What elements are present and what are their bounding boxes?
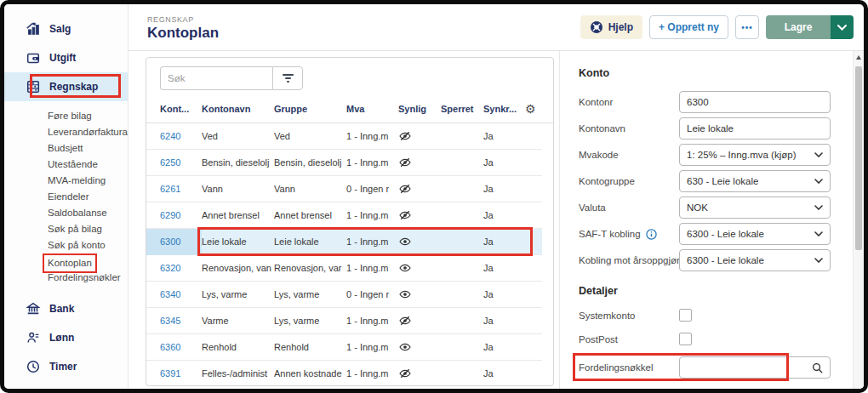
sidebar-item-salg[interactable]: Salg: [4, 14, 128, 43]
kontonr-input[interactable]: [687, 97, 823, 107]
cell-synkronisert: Ja: [483, 263, 523, 273]
account-number-link[interactable]: 6360: [160, 342, 180, 352]
sidebar-item-label: Timer: [49, 361, 77, 373]
info-circle-icon[interactable]: [646, 229, 657, 240]
eye-off-icon[interactable]: [398, 156, 412, 169]
account-number-link[interactable]: 6391: [160, 368, 180, 379]
sidebar-subitem-eiendeler[interactable]: Eiendeler: [4, 189, 128, 205]
sidebar-item-bank[interactable]: Bank: [4, 294, 128, 323]
sidebar-subitem-leverand-rfaktura[interactable]: Leverandørfaktura: [4, 124, 128, 140]
sidebar-item-lonn[interactable]: Lønn: [4, 323, 128, 352]
column-header-sperret[interactable]: Sperret: [441, 104, 483, 114]
sidebar-subitem-utest-ende[interactable]: Utestående: [4, 157, 128, 173]
more-options-button[interactable]: •••: [735, 15, 759, 39]
account-number-link[interactable]: 6300: [160, 236, 180, 247]
cell-kontonr[interactable]: 6250: [160, 157, 202, 168]
bar-chart-icon: [26, 21, 41, 37]
account-number-link[interactable]: 6290: [160, 210, 180, 220]
kontonavn-input[interactable]: [687, 123, 823, 134]
table-row-6340[interactable]: 6340Lys, varmeLys, varme0 - Ingen rJa: [146, 282, 542, 308]
ellipsis-icon: •••: [741, 23, 753, 32]
saft-kobling-select[interactable]: 6300 - Leie lokale: [679, 223, 831, 245]
cell-kontonr[interactable]: 6320: [160, 263, 202, 273]
cell-kontonavn: Renhold: [202, 342, 274, 352]
chevron-down-icon: [814, 152, 823, 157]
account-number-link[interactable]: 6340: [160, 289, 180, 299]
table-row-6250[interactable]: 6250Bensin, dieseloljBensin, dieselolj1 …: [146, 150, 542, 176]
scrollbar-thumb[interactable]: [855, 66, 862, 250]
table-row-6290[interactable]: 6290Annet brenselAnnet brensel1 - Inng.m…: [146, 202, 542, 229]
abacus-icon: [26, 79, 41, 94]
column-header-kontonavn[interactable]: Kontonavn: [202, 104, 274, 114]
sidebar-subitem-budsjett[interactable]: Budsjett: [4, 140, 128, 157]
field-kontonavn: Kontonavn: [579, 117, 838, 140]
cell-kontonr[interactable]: 6290: [160, 210, 202, 220]
cell-kontonr[interactable]: 6360: [160, 342, 202, 352]
sidebar-subitem-kontoplan[interactable]: Kontoplan: [4, 253, 128, 270]
column-header-gruppe[interactable]: Gruppe: [274, 104, 346, 114]
account-number-link[interactable]: 6240: [160, 131, 180, 141]
field-label: Mvakode: [579, 150, 679, 160]
cell-synkronisert: Ja: [483, 368, 523, 379]
table-row-6345[interactable]: 6345VarmeLys, varme1 - Inng.mJa: [146, 308, 542, 334]
valuta-select[interactable]: NOK: [679, 196, 831, 219]
eye-icon[interactable]: [398, 261, 412, 275]
save-button[interactable]: Lagre: [766, 15, 831, 39]
scroll-up-arrow-icon[interactable]: [856, 55, 861, 60]
chevron-down-icon: [814, 205, 823, 210]
column-header-mva[interactable]: Mva: [346, 104, 398, 114]
sidebar-item-regnskap[interactable]: Regnskap: [4, 72, 128, 101]
table-row-6300[interactable]: 6300Leie lokaleLeie lokale1 - Inng.mJa: [146, 229, 542, 255]
eye-icon[interactable]: [398, 288, 412, 301]
gear-icon[interactable]: ⚙: [525, 103, 536, 115]
sidebar-subitem-s-k-p-konto[interactable]: Søk på konto: [4, 237, 128, 253]
table-row-6391[interactable]: 6391Felles-/administAnnen kostnade1 - In…: [146, 361, 542, 385]
save-dropdown-button[interactable]: [831, 15, 854, 39]
column-header-kontonr[interactable]: Kont...: [160, 104, 202, 114]
cell-kontonr[interactable]: 6345: [160, 316, 202, 326]
search-input[interactable]: [160, 66, 272, 90]
sidebar-subitem-s-k-p-bilag[interactable]: Søk på bilag: [4, 221, 128, 237]
filter-button[interactable]: [272, 66, 303, 90]
cell-synlig: [398, 208, 441, 222]
eye-off-icon[interactable]: [398, 208, 412, 222]
column-header-synlig[interactable]: Synlig: [398, 104, 441, 114]
cell-kontonr[interactable]: 6391: [160, 368, 202, 379]
cell-synlig: [398, 288, 441, 301]
cell-kontonr[interactable]: 6300: [146, 229, 202, 255]
eye-off-icon[interactable]: [398, 314, 412, 328]
eye-off-icon[interactable]: [398, 182, 412, 196]
postpost-checkbox[interactable]: [679, 333, 692, 345]
eye-off-icon[interactable]: [398, 367, 412, 380]
table-row-6261[interactable]: 6261VannVann0 - Ingen rJa: [146, 176, 542, 202]
cell-kontonr[interactable]: 6240: [160, 131, 202, 141]
fordelingsnokkel-input[interactable]: [687, 362, 812, 373]
kontogruppe-select[interactable]: 630 - Leie lokale: [679, 170, 831, 192]
eye-icon[interactable]: [398, 340, 412, 354]
sidebar-subitem-saldobalanse[interactable]: Saldobalanse: [4, 205, 128, 221]
eye-off-icon[interactable]: [398, 129, 412, 143]
systemkonto-checkbox[interactable]: [679, 309, 692, 322]
eye-icon[interactable]: [398, 235, 412, 248]
mvakode-select[interactable]: 1: 25% – Inng.mva (kjøp): [679, 144, 831, 166]
panel-scrollbar[interactable]: [853, 51, 864, 389]
sidebar: Salg Utgift Regnskap Føre bilagLeverandø…: [4, 4, 128, 389]
table-row-6320[interactable]: 6320Renovasjon, vanRenovasjon, var1 - In…: [146, 255, 542, 282]
column-header-synkronisert[interactable]: Synkr...: [483, 104, 523, 114]
sidebar-subitem-f-re-bilag[interactable]: Føre bilag: [4, 108, 128, 124]
account-number-link[interactable]: 6250: [160, 157, 180, 168]
table-row-6360[interactable]: 6360RenholdRenhold1 - Inng.mJa: [146, 334, 542, 361]
table-row-6240[interactable]: 6240VedVed1 - Inng.mJa: [146, 123, 542, 150]
sidebar-item-utgift[interactable]: Utgift: [4, 43, 128, 72]
sidebar-item-timer[interactable]: Timer: [4, 352, 128, 381]
sidebar-subitem-mva-melding[interactable]: MVA-melding: [4, 173, 128, 189]
kobling-arsoppgjor-select[interactable]: 6300 - Leie lokale: [679, 249, 831, 271]
account-number-link[interactable]: 6261: [160, 184, 180, 194]
cell-kontonr[interactable]: 6261: [160, 184, 202, 194]
help-button[interactable]: Hjelp: [580, 15, 642, 39]
cell-kontonr[interactable]: 6340: [160, 289, 202, 299]
account-number-link[interactable]: 6320: [160, 263, 180, 273]
magnifier-icon[interactable]: [812, 362, 823, 373]
account-number-link[interactable]: 6345: [160, 316, 180, 326]
create-new-button[interactable]: + Opprett ny: [649, 15, 728, 39]
